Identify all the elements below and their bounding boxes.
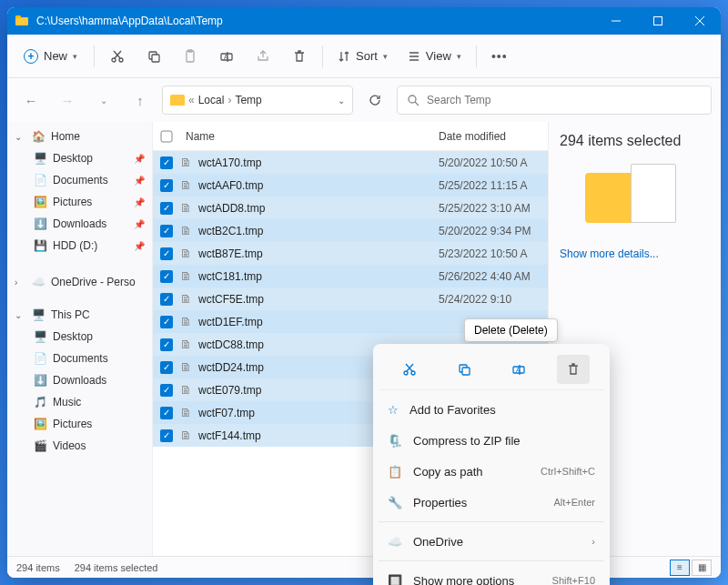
sidebar-item-documents[interactable]: 📄Documents📌 (7, 169, 152, 191)
address-bar[interactable]: « Local › Temp ⌄ (162, 86, 353, 115)
sidebar-item-pc-videos[interactable]: 🎬Videos (7, 435, 152, 457)
sort-button[interactable]: Sort ▾ (329, 44, 397, 68)
row-checkbox[interactable]: ✓ (153, 247, 180, 260)
sidebar-item-desktop[interactable]: 🖥️Desktop📌 (7, 147, 152, 169)
sidebar-item-home[interactable]: ⌄🏠Home (7, 126, 152, 147)
file-name: wctC181.tmp (198, 270, 439, 283)
more-icon: 🔲 (388, 574, 402, 586)
table-row[interactable]: ✓ 🗎 wctC181.tmp 5/26/2022 4:40 AM (153, 265, 548, 287)
sidebar-label: HDD (D:) (53, 239, 97, 252)
ctx-shortcut: Alt+Enter (553, 497, 595, 508)
details-view-toggle[interactable]: ≡ (670, 560, 690, 576)
row-checkbox[interactable]: ✓ (153, 179, 180, 192)
row-checkbox[interactable]: ✓ (153, 407, 180, 419)
svg-line-9 (114, 51, 120, 58)
view-label: View (426, 49, 451, 63)
row-checkbox[interactable]: ✓ (153, 338, 180, 351)
row-checkbox[interactable]: ✓ (153, 156, 180, 169)
search-input[interactable] (427, 94, 702, 106)
sidebar-item-thispc[interactable]: ⌄🖥️This PC (7, 304, 152, 326)
column-date[interactable]: Date modified (439, 130, 548, 143)
table-row[interactable]: ✓ 🗎 wctB87E.tmp 5/23/2022 10:50 A (153, 242, 548, 265)
folder-icon (170, 95, 185, 106)
ctx-label: Properties (413, 496, 467, 509)
sort-icon (338, 50, 350, 63)
sidebar-item-pc-downloads[interactable]: ⬇️Downloads (7, 369, 152, 391)
sidebar-item-hdd[interactable]: 💾HDD (D:)📌 (7, 235, 152, 257)
file-name: wctADD8.tmp (198, 202, 439, 215)
ctx-onedrive[interactable]: ☁️OneDrive› (379, 526, 604, 557)
row-checkbox[interactable]: ✓ (153, 429, 180, 442)
row-checkbox[interactable]: ✓ (153, 361, 180, 374)
row-checkbox[interactable]: ✓ (153, 270, 180, 283)
file-icon: 🗎 (180, 360, 198, 374)
ctx-rename-button[interactable]: A (502, 355, 535, 384)
column-name[interactable]: Name (180, 130, 439, 143)
pin-icon: 📌 (134, 176, 145, 186)
sidebar-item-onedrive[interactable]: ›☁️OneDrive - Perso (7, 271, 152, 293)
file-icon: 🗎 (180, 315, 198, 328)
pictures-icon: 🖼️ (33, 195, 47, 209)
table-row[interactable]: ✓ 🗎 wctCF5E.tmp 5/24/2022 9:10 (153, 287, 548, 310)
chevron-down-icon[interactable]: ⌄ (338, 96, 345, 106)
ctx-label: Compress to ZIP file (413, 434, 521, 448)
rename-button[interactable]: A (209, 40, 244, 73)
maximize-button[interactable] (637, 7, 679, 35)
row-checkbox[interactable]: ✓ (153, 384, 180, 397)
new-button[interactable]: + New ▾ (13, 44, 88, 69)
row-checkbox[interactable]: ✓ (153, 202, 180, 215)
sidebar-item-pictures[interactable]: 🖼️Pictures📌 (7, 191, 152, 213)
ctx-cut-button[interactable] (393, 355, 426, 384)
back-button[interactable]: ← (16, 86, 46, 115)
sort-label: Sort (356, 49, 378, 63)
ctx-copy-button[interactable] (448, 355, 480, 384)
row-checkbox[interactable]: ✓ (153, 225, 180, 237)
minimize-button[interactable] (595, 7, 637, 35)
status-selected-count: 294 items selected (75, 562, 158, 573)
icons-view-toggle[interactable]: ▦ (692, 560, 712, 576)
forward-button[interactable]: → (53, 86, 82, 115)
ctx-show-more[interactable]: 🔲Show more optionsShift+F10 (379, 565, 604, 585)
table-row[interactable]: ✓ 🗎 wctAAF0.tmp 5/25/2022 11:15 A (153, 174, 548, 197)
ctx-delete-button[interactable] (557, 355, 590, 384)
row-checkbox[interactable]: ✓ (153, 293, 180, 306)
refresh-button[interactable] (360, 86, 389, 115)
recent-button[interactable]: ⌄ (89, 86, 118, 115)
new-label: New (44, 49, 67, 63)
paste-button[interactable] (173, 40, 207, 73)
ctx-add-favorites[interactable]: ☆Add to Favorites (379, 394, 604, 425)
table-row[interactable]: ✓ 🗎 wctA170.tmp 5/20/2022 10:50 A (153, 151, 548, 174)
select-all-checkbox[interactable] (153, 130, 180, 143)
ctx-properties[interactable]: 🔧PropertiesAlt+Enter (379, 487, 604, 518)
sidebar-item-pc-documents[interactable]: 📄Documents (7, 348, 152, 369)
ctx-compress-zip[interactable]: 🗜️Compress to ZIP file (379, 425, 604, 456)
svg-rect-22 (161, 131, 172, 142)
search-box[interactable] (397, 86, 712, 115)
svg-line-8 (115, 51, 121, 58)
breadcrumb-local[interactable]: Local (198, 94, 225, 106)
close-button[interactable] (679, 7, 721, 35)
sidebar-item-pc-pictures[interactable]: 🖼️Pictures (7, 413, 152, 435)
ctx-shortcut: Ctrl+Shift+C (541, 466, 595, 477)
window-title: C:\Users\hamma\AppData\Local\Temp (36, 15, 595, 27)
delete-button[interactable] (282, 40, 317, 73)
up-button[interactable]: ↑ (126, 86, 155, 115)
sidebar-item-downloads[interactable]: ⬇️Downloads📌 (7, 213, 152, 235)
table-row[interactable]: ✓ 🗎 wctB2C1.tmp 5/20/2022 9:34 PM (153, 219, 548, 242)
sidebar-item-pc-music[interactable]: 🎵Music (7, 391, 152, 413)
titlebar[interactable]: C:\Users\hamma\AppData\Local\Temp (7, 7, 721, 35)
sidebar-item-pc-desktop[interactable]: 🖥️Desktop (7, 326, 152, 348)
view-button[interactable]: View ▾ (399, 44, 470, 68)
show-more-details-link[interactable]: Show more details... (560, 247, 710, 260)
ctx-copy-path[interactable]: 📋Copy as pathCtrl+Shift+C (379, 456, 604, 487)
cut-button[interactable] (100, 40, 135, 73)
share-button[interactable] (246, 40, 280, 73)
pin-icon: 📌 (134, 197, 145, 207)
breadcrumb-temp[interactable]: Temp (235, 94, 261, 106)
table-row[interactable]: ✓ 🗎 wctADD8.tmp 5/25/2022 3:10 AM (153, 197, 548, 219)
desktop-icon: 🖥️ (33, 329, 47, 344)
row-checkbox[interactable]: ✓ (153, 316, 180, 328)
more-button[interactable]: ••• (482, 40, 517, 73)
context-icon-row: A (379, 349, 604, 390)
copy-button[interactable] (136, 40, 171, 73)
